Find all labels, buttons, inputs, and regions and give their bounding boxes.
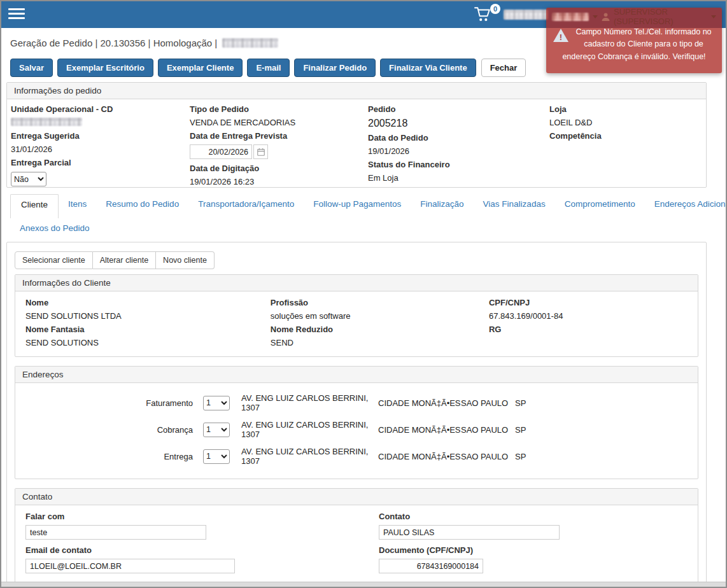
tab-transportadora-icamento[interactable]: Transportadora/Içamento [188,194,304,214]
loja-label: Loja [549,104,702,114]
nome-label: Nome [25,298,271,307]
cart-icon [474,13,493,24]
address-number-select[interactable]: 1 [203,396,230,410]
address-state: SP [515,398,540,408]
app-window: 0 SUPERVISOR (SUPERVISOR) ! Campo Núme [0,0,727,588]
contact-panel: Contato Falar com Email de contato Códig… [15,488,698,588]
address-district: CIDADE MONÃ‡Ã•ES [378,425,461,435]
cliente-tab-content: Selecionar cliente Alterar cliente Novo … [6,242,707,588]
address-state: SP [515,425,540,435]
address-street: AV. ENG LUIZ CARLOS BERRINI, 1307 [241,393,378,412]
nome-value: SEND SOLUTIONS LTDA [25,311,271,321]
caret-down-icon [711,15,716,18]
tipo-pedido-label: Tipo de Pedido [190,104,368,114]
data-digitacao-label: Data de Digitação [190,164,368,173]
breadcrumb-redacted [222,38,278,48]
status-financeiro-value: Em Loja [368,173,549,183]
addresses-title: Endereços [15,367,698,383]
exemplar-escritorio-button[interactable]: Exemplar Escritório [57,59,153,77]
nome-reduzido-label: Nome Reduzido [271,325,489,334]
hamburger-menu-icon[interactable] [8,8,25,21]
entrega-parcial-select[interactable]: Não [11,172,46,186]
exemplar-cliente-button[interactable]: Exemplar Cliente [158,59,243,77]
falar-com-input[interactable] [25,525,206,540]
breadcrumb-text: Geração de Pedido | 20.130356 | Homologa… [10,38,217,48]
order-info-title: Informações do pedido [7,83,706,99]
email-contato-label: Email de contato [25,545,379,555]
address-number-select[interactable]: 1 [203,449,230,464]
address-district: CIDADE MONÃ‡Ã•ES [378,398,461,408]
address-type-label: Cobrança [15,425,203,435]
entrega-sugerida-value: 31/01/2026 [11,144,190,154]
cart-button[interactable]: 0 [474,6,497,25]
calendar-button[interactable] [253,144,268,159]
caret-down-icon [593,15,598,18]
cart-count-badge: 0 [490,4,500,14]
user-menu[interactable]: SUPERVISOR (SUPERVISOR) [552,10,716,23]
competencia-label: Competência [549,131,702,141]
tab-resumo-do-pedido[interactable]: Resumo do Pedido [96,194,188,214]
status-financeiro-label: Status do Financeiro [368,160,549,169]
address-street: AV. ENG LUIZ CARLOS BERRINI, 1307 [241,447,378,466]
documento-input[interactable] [379,559,483,573]
address-city: SAO PAULO [461,452,515,461]
tab-anexos-do-pedido[interactable]: Anexos do Pedido [10,218,99,238]
email-contato-input[interactable] [25,559,235,573]
tab-follow-up-pagamentos[interactable]: Follow-up Pagamentos [304,194,411,214]
finalizar-via-cliente-button[interactable]: Finalizar Via Cliente [380,59,476,77]
nome-fantasia-label: Nome Fantasia [25,325,271,334]
address-city: SAO PAULO [461,425,515,435]
rg-label: RG [489,325,688,334]
alterar-cliente-button[interactable]: Alterar cliente [93,251,156,269]
profissao-value: soluções em software [271,311,489,321]
tab-enderecos-adicionais[interactable]: Endereços Adicionais [645,194,727,214]
contato-input[interactable] [379,525,560,540]
address-district: CIDADE MONÃ‡Ã•ES [378,452,461,461]
username-redacted [504,10,548,20]
novo-cliente-button[interactable]: Novo cliente [156,251,215,269]
horizontal-scrollbar[interactable] [1,582,726,587]
contact-title: Contato [15,489,698,505]
tab-bar-row2: Anexos do Pedido [10,218,707,238]
client-actions: Selecionar cliente Alterar cliente Novo … [15,251,698,269]
username-redacted-overlay [552,13,589,21]
pedido-label: Pedido [368,104,549,114]
data-entrega-prevista-input[interactable] [190,144,252,159]
entrega-sugerida-label: Entrega Sugerida [11,131,190,141]
user-role-label: SUPERVISOR (SUPERVISOR) [614,7,708,26]
data-pedido-label: Data do Pedido [368,133,549,143]
selecionar-cliente-button[interactable]: Selecionar cliente [15,251,93,269]
tipo-pedido-value: VENDA DE MERCADORIAS [190,118,368,127]
error-toast: SUPERVISOR (SUPERVISOR) ! Campo Número T… [546,8,722,73]
address-state: SP [515,452,540,461]
address-type-label: Entrega [15,452,203,461]
fechar-button[interactable]: Fechar [481,59,526,77]
tab-itens[interactable]: Itens [59,194,96,214]
address-row-entrega: Entrega 1 AV. ENG LUIZ CARLOS BERRINI, 1… [15,443,698,470]
client-info-panel: Informações do Cliente Nome SEND SOLUTIO… [15,274,698,357]
entrega-parcial-label: Entrega Parcial [11,158,190,167]
tab-bar: Cliente Itens Resumo do Pedido Transport… [10,194,707,214]
tab-cliente[interactable]: Cliente [10,194,59,218]
nome-fantasia-value: SEND SOLUTIONS [25,338,271,347]
calendar-icon [257,148,265,157]
cpf-cnpj-label: CPF/CNPJ [489,298,688,307]
tab-finalizacao[interactable]: Finalização [411,194,473,214]
falar-com-label: Falar com [25,512,379,521]
tab-vias-finalizadas[interactable]: Vias Finalizadas [474,194,555,214]
tab-comprometimento[interactable]: Comprometimento [555,194,645,214]
address-type-label: Faturamento [15,398,203,408]
email-button[interactable]: E-mail [247,59,290,77]
finalizar-pedido-button[interactable]: Finalizar Pedido [294,59,376,77]
data-entrega-prevista-label: Data de Entrega Prevista [190,131,368,141]
order-info-panel: Informações do pedido Unidade Operaciona… [6,82,707,188]
address-row-faturamento: Faturamento 1 AV. ENG LUIZ CARLOS BERRIN… [15,389,698,416]
address-row-cobranca: Cobrança 1 AV. ENG LUIZ CARLOS BERRINI, … [15,416,698,443]
user-icon [601,12,611,22]
documento-label: Documento (CPF/CNPJ) [379,545,688,555]
salvar-button[interactable]: Salvar [10,59,53,77]
toast-message: ! Campo Número Tel./Cel. informado no ca… [552,26,716,63]
pedido-value: 2005218 [368,118,549,129]
address-city: SAO PAULO [461,398,515,408]
address-number-select[interactable]: 1 [203,423,230,437]
